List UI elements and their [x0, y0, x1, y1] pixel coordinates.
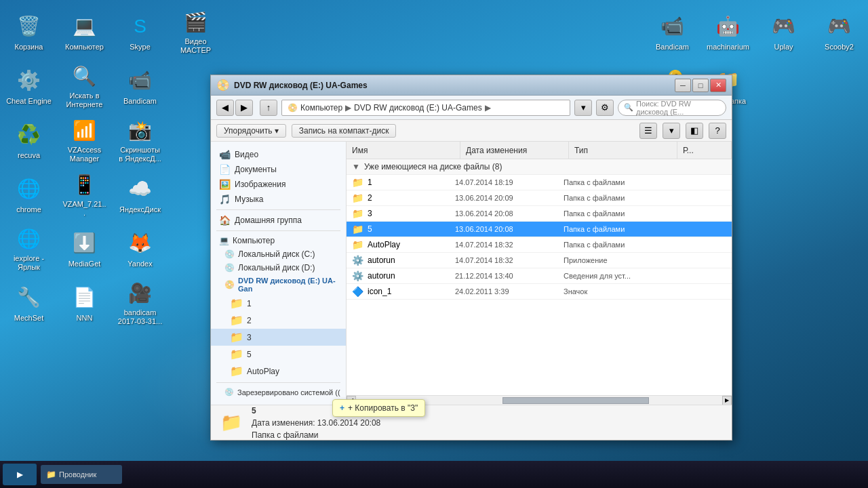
sidebar-reserved-label: Зарезервировано системой (( — [237, 388, 340, 396]
korzina-label: Корзина — [15, 43, 43, 52]
desktop-icon-vzaccess[interactable]: 📶 VZAccess Manager — [59, 115, 110, 166]
copy-plus-icon: + — [340, 403, 344, 413]
desktop-icon-nnn[interactable]: 📄 NNN — [59, 278, 110, 329]
desktop-icon-machinarium[interactable]: 🤖 machinarium — [703, 7, 753, 58]
scroll-thumb[interactable] — [502, 397, 649, 404]
desktop-icon-recuva[interactable]: ♻️ recuva — [3, 115, 54, 166]
skype-icon: S — [127, 13, 154, 40]
close-button[interactable]: ✕ — [710, 79, 726, 92]
desktop-icon-iexplore[interactable]: 🌐 iexplore - Ярлык — [3, 224, 54, 274]
file-row-1[interactable]: 📁 1 14.07.2014 18:19 Папка с файлами — [347, 175, 732, 190]
file-name-autorun-exe: autorun — [368, 256, 455, 265]
file-row-2[interactable]: 📁 2 13.06.2014 20:09 Папка с файлами — [347, 190, 732, 206]
preview-pane-button[interactable]: ◧ — [686, 123, 703, 139]
recuva-icon: ♻️ — [16, 121, 43, 148]
help-button[interactable]: ? — [709, 123, 726, 139]
sidebar-autoplay[interactable]: 📁 AutoPlay — [211, 363, 346, 380]
col-header-type[interactable]: Тип — [569, 142, 677, 159]
desktop-icon-scooby2[interactable]: 🎮 Scooby2 — [814, 7, 865, 58]
col-header-date[interactable]: Дата изменения — [460, 142, 569, 159]
group-arrow-icon: ▼ — [352, 162, 360, 171]
desktop-icon-skype[interactable]: S Skype — [115, 7, 165, 58]
maximize-button[interactable]: □ — [692, 79, 709, 92]
minimize-button[interactable]: ─ — [675, 79, 691, 92]
sidebar-item-local-c[interactable]: 💿 Локальный диск (C:) — [211, 247, 346, 261]
address-path[interactable]: 📀 Компьютер ▶ DVD RW дисковод (E:) UA-Ga… — [281, 100, 570, 116]
desktop-icon-bandicam2[interactable]: 🎥 bandicam 2017-03-31... — [115, 278, 165, 329]
sidebar-item-video[interactable]: 📹 Видео — [211, 147, 346, 162]
desktop-icon-skrinshoty[interactable]: 📸 Скриншоты в ЯндексД... — [115, 115, 165, 166]
sidebar-item-reserved[interactable]: 💿 Зарезервировано системой (( — [211, 386, 346, 399]
burn-button[interactable]: Запись на компакт-диск — [292, 124, 397, 138]
file-date-1: 14.07.2014 18:19 — [455, 178, 564, 186]
images-icon: 🖼️ — [219, 179, 231, 190]
col-header-size[interactable]: Р... — [677, 142, 732, 159]
desktop-icon-yandex[interactable]: 🦊 Yandex — [115, 224, 165, 274]
sidebar-folder-2[interactable]: 📁 2 — [211, 312, 346, 329]
file-row-5[interactable]: 📁 5 13.06.2014 20:08 Папка с файлами — [347, 222, 732, 237]
video-master-label: Видео МАСТЕР — [173, 37, 218, 55]
file-row-autorun-exe[interactable]: ⚙️ autorun 14.07.2014 18:32 Приложение — [347, 253, 732, 268]
taskbar-explorer[interactable]: 📁 Проводник — [41, 465, 122, 484]
desktop-icon-bandicam[interactable]: 📹 Bandicam — [115, 61, 165, 112]
desktop-icon-mediaget[interactable]: ⬇️ MediaGet — [59, 224, 110, 274]
file-date-autorun-exe: 14.07.2014 18:32 — [455, 256, 564, 264]
desktop-icon-bandicam-right[interactable]: 📹 Bandicam — [647, 7, 698, 58]
bandicam-right-label: Bandicam — [656, 43, 689, 52]
address-part2: DVD RW дисковод (E:) UA-Games — [354, 103, 482, 113]
up-button[interactable]: ↑ — [260, 100, 277, 116]
back-button[interactable]: ◀ — [216, 100, 234, 116]
desktop-icon-iskat[interactable]: 🔍 Искать в Интернете — [59, 61, 110, 112]
sidebar-item-local-d[interactable]: 💿 Локальный диск (D:) — [211, 261, 346, 274]
desktop-icon-korzina[interactable]: 🗑️ Корзина — [3, 7, 54, 58]
sidebar-item-homegroup[interactable]: 🏠 Домашняя группа — [211, 213, 346, 228]
taskbar-explorer-label: Проводник — [59, 470, 96, 479]
start-label: ▶ — [17, 470, 22, 479]
desktop-icon-kompyuter[interactable]: 💻 Компьютер — [59, 7, 110, 58]
folder-f3-icon: 📁 — [352, 208, 363, 219]
scooby2-label: Scooby2 — [825, 43, 854, 52]
sidebar-folder-5[interactable]: 📁 5 — [211, 346, 346, 363]
desktop-icon-vzam[interactable]: 📱 VZAM_7.21... — [59, 169, 110, 220]
sidebar-item-dvd-e[interactable]: 📀 DVD RW дисковод (E:) UA-Gan — [211, 274, 346, 295]
scroll-right-button[interactable]: ▶ — [722, 396, 732, 405]
view-details-button[interactable]: ☰ — [639, 123, 657, 139]
sidebar-item-computer[interactable]: 💻 Компьютер — [211, 234, 346, 247]
sidebar-folder-3[interactable]: 📁 3 — [211, 329, 346, 346]
desktop-icon-yandexdisk[interactable]: ☁️ ЯндексДиск — [115, 169, 165, 220]
scooby2-icon: 🎮 — [826, 13, 853, 40]
toolbar: Упорядочить ▾ Запись на компакт-диск ☰ ▾… — [211, 120, 732, 142]
sidebar-item-music[interactable]: 🎵 Музыка — [211, 192, 346, 207]
file-type-2: Папка с файлами — [564, 194, 672, 202]
file-row-autoplay[interactable]: 📁 AutoPlay 14.07.2014 18:32 Папка с файл… — [347, 237, 732, 253]
file-row-autorun-inf[interactable]: ⚙️ autorun 21.12.2014 13:40 Сведения для… — [347, 268, 732, 284]
col-header-name[interactable]: Имя — [347, 142, 460, 159]
address-icon: 📀 — [288, 103, 298, 113]
local-c-icon: 💿 — [224, 249, 235, 259]
search-box[interactable]: 🔍 Поиск: DVD RW дисковод (E... — [618, 100, 726, 116]
bandicam-right-icon: 📹 — [659, 13, 686, 40]
sidebar-item-docs[interactable]: 📄 Документы — [211, 162, 346, 177]
start-button[interactable]: ▶ — [3, 464, 37, 485]
yandexdisk-icon: ☁️ — [127, 176, 154, 203]
organize-button[interactable]: Упорядочить ▾ — [216, 124, 286, 138]
sidebar-folder-1[interactable]: 📁 1 — [211, 295, 346, 312]
address-expand-button[interactable]: ▾ — [574, 100, 592, 116]
address-options-button[interactable]: ⚙ — [596, 100, 614, 116]
forward-button[interactable]: ▶ — [235, 100, 253, 116]
desktop-icon-cheat-engine[interactable]: ⚙️ Cheat Engine — [3, 61, 54, 112]
desktop-icon-video-master[interactable]: 🎬 Видео МАСТЕР — [170, 7, 221, 58]
sidebar: 📹 Видео 📄 Документы 🖼️ Изображения 🎵 Муз… — [211, 142, 347, 405]
desktop-icon-chrome[interactable]: 🌐 chrome — [3, 169, 54, 220]
file-row-3[interactable]: 📁 3 13.06.2014 20:08 Папка с файлами — [347, 206, 732, 222]
view-options-button[interactable]: ▾ — [663, 123, 680, 139]
copy-tooltip[interactable]: + + Копировать в "3" — [332, 399, 425, 417]
desktop-icon-uplay[interactable]: 🎮 Uplay — [758, 7, 809, 58]
reserved-icon: 💿 — [224, 388, 234, 396]
group-label: Уже имеющиеся на диске файлы (8) — [364, 162, 502, 171]
dvd-e-icon: 📀 — [224, 280, 235, 289]
desktop-icon-mechset[interactable]: 🔧 MechSet — [3, 278, 54, 329]
file-row-icon1[interactable]: 🔷 icon_1 24.02.2011 3:39 Значок — [347, 284, 732, 300]
copy-tooltip-text: + Копировать в "3" — [348, 403, 418, 413]
sidebar-item-images[interactable]: 🖼️ Изображения — [211, 177, 346, 192]
